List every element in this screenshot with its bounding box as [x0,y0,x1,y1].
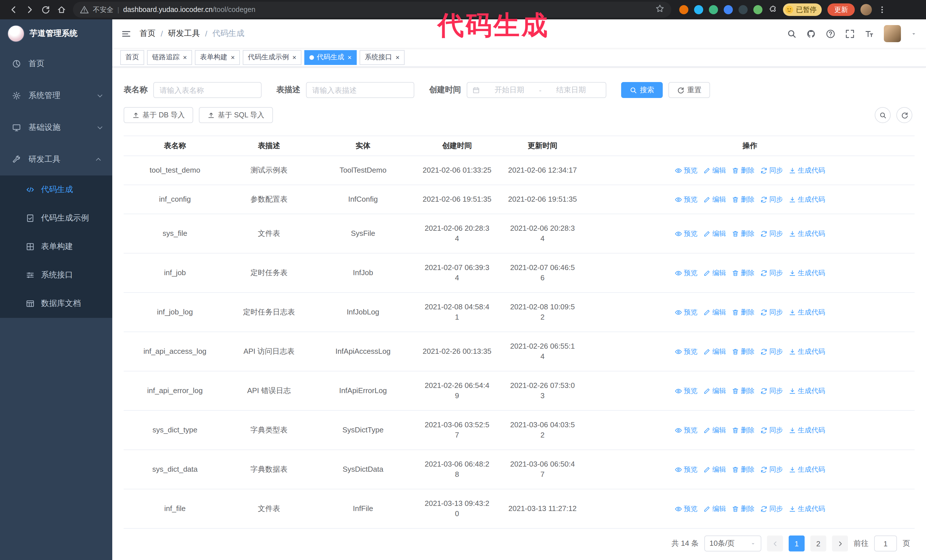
browser-menu-icon[interactable] [878,5,887,14]
generate-code-link[interactable]: 生成代码 [789,228,825,239]
extension-icon[interactable] [679,5,688,14]
delete-link[interactable]: 删除 [732,268,755,278]
edit-link[interactable]: 编辑 [703,194,726,205]
preview-link[interactable]: 预览 [675,504,698,514]
breadcrumb-home[interactable]: 首页 [139,29,156,39]
sync-link[interactable]: 同步 [760,346,783,357]
close-icon[interactable]: × [183,54,187,61]
sidebar-subitem-system-api[interactable]: 系统接口 [0,261,112,290]
browser-reload-button[interactable] [38,2,54,18]
page-size-select[interactable]: 10条/页 [704,536,761,551]
preview-link[interactable]: 预览 [675,425,698,435]
generate-code-link[interactable]: 生成代码 [789,307,825,317]
preview-link[interactable]: 预览 [675,165,698,175]
generate-code-link[interactable]: 生成代码 [789,504,825,514]
browser-home-button[interactable] [54,2,70,18]
import-sql-button[interactable]: 基于 SQL 导入 [199,107,273,123]
sidebar-subitem-db-doc[interactable]: 数据库文档 [0,290,112,318]
refresh-button[interactable] [896,107,912,123]
edit-link[interactable]: 编辑 [703,228,726,239]
preview-link[interactable]: 预览 [675,346,698,357]
prev-page-button[interactable] [767,536,783,551]
edit-link[interactable]: 编辑 [703,346,726,357]
tab-codegen-example[interactable]: 代码生成示例× [243,50,301,65]
goto-page-input[interactable] [874,536,897,551]
extension-icon[interactable] [738,5,747,14]
sync-link[interactable]: 同步 [760,268,783,278]
font-size-icon[interactable] [864,29,874,38]
generate-code-link[interactable]: 生成代码 [789,268,825,278]
close-icon[interactable]: × [348,54,352,61]
preview-link[interactable]: 预览 [675,386,698,396]
browser-profile-avatar[interactable] [861,4,872,15]
sidebar-subitem-codegen-example[interactable]: 代码生成示例 [0,204,112,232]
delete-link[interactable]: 删除 [732,228,755,239]
extension-icon[interactable] [724,5,733,14]
delete-link[interactable]: 删除 [732,425,755,435]
generate-code-link[interactable]: 生成代码 [789,346,825,357]
tab-form-builder[interactable]: 表单构建× [195,50,240,65]
edit-link[interactable]: 编辑 [703,464,726,474]
sidebar-item-home[interactable]: 首页 [0,48,112,80]
sidebar-item-system-management[interactable]: 系统管理 [0,80,112,112]
extension-icon[interactable] [694,5,703,14]
delete-link[interactable]: 删除 [732,464,755,474]
bookmark-star-icon[interactable] [655,4,664,15]
tab-trace[interactable]: 链路追踪× [147,50,192,65]
delete-link[interactable]: 删除 [732,307,755,317]
close-icon[interactable]: × [395,54,399,61]
preview-link[interactable]: 预览 [675,194,698,205]
edit-link[interactable]: 编辑 [703,504,726,514]
sync-link[interactable]: 同步 [760,307,783,317]
browser-forward-button[interactable] [22,2,38,18]
fullscreen-icon[interactable] [845,29,855,38]
preview-link[interactable]: 预览 [675,307,698,317]
import-db-button[interactable]: 基于 DB 导入 [124,107,194,123]
delete-link[interactable]: 删除 [732,165,755,175]
search-icon[interactable] [787,29,797,38]
delete-link[interactable]: 删除 [732,194,755,205]
preview-link[interactable]: 预览 [675,464,698,474]
next-page-button[interactable] [832,536,848,551]
delete-link[interactable]: 删除 [732,386,755,396]
table-name-input[interactable] [153,82,262,98]
user-avatar[interactable] [884,25,901,42]
paused-badge[interactable]: 已暂停 [783,3,822,16]
generate-code-link[interactable]: 生成代码 [789,464,825,474]
edit-link[interactable]: 编辑 [703,165,726,175]
generate-code-link[interactable]: 生成代码 [789,425,825,435]
sidebar-item-devtools[interactable]: 研发工具 [0,143,112,175]
page-button-2[interactable]: 2 [810,536,826,551]
github-icon[interactable] [806,29,816,38]
generate-code-link[interactable]: 生成代码 [789,386,825,396]
preview-link[interactable]: 预览 [675,268,698,278]
sidebar-toggle-icon[interactable] [112,20,139,48]
tab-codegen[interactable]: 代码生成× [304,50,357,65]
preview-link[interactable]: 预览 [675,228,698,239]
puzzle-icon[interactable] [768,5,777,14]
edit-link[interactable]: 编辑 [703,386,726,396]
sidebar-subitem-form-builder[interactable]: 表单构建 [0,232,112,261]
reset-button[interactable]: 重置 [669,82,710,98]
sidebar-item-infrastructure[interactable]: 基础设施 [0,112,112,143]
tab-home[interactable]: 首页 [120,50,144,65]
tab-system-api[interactable]: 系统接口× [360,50,405,65]
help-icon[interactable] [826,29,835,38]
delete-link[interactable]: 删除 [732,346,755,357]
caret-down-icon[interactable] [911,30,917,37]
close-icon[interactable]: × [292,54,296,61]
edit-link[interactable]: 编辑 [703,268,726,278]
sync-link[interactable]: 同步 [760,228,783,239]
sync-link[interactable]: 同步 [760,386,783,396]
sync-link[interactable]: 同步 [760,165,783,175]
chrome-update-button[interactable]: 更新 [828,3,855,16]
generate-code-link[interactable]: 生成代码 [789,165,825,175]
date-range-picker[interactable]: 开始日期 - 结束日期 [467,82,606,98]
sync-link[interactable]: 同步 [760,194,783,205]
delete-link[interactable]: 删除 [732,504,755,514]
table-desc-input[interactable] [306,82,414,98]
search-button[interactable]: 搜索 [621,82,663,98]
browser-back-button[interactable] [6,2,22,18]
edit-link[interactable]: 编辑 [703,307,726,317]
extension-icon[interactable] [709,5,718,14]
